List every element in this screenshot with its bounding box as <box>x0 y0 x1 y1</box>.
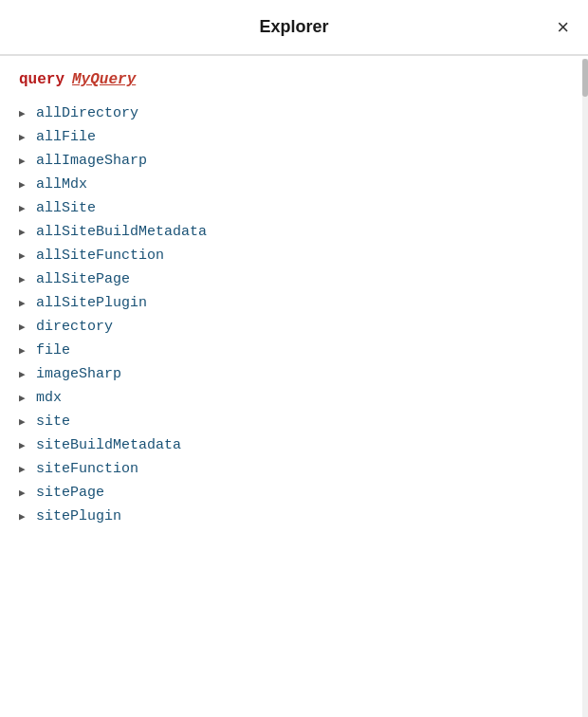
tree-item[interactable]: ▶siteBuildMetadata <box>19 433 569 457</box>
header-title: Explorer <box>259 17 328 37</box>
tree-item[interactable]: ▶allSitePage <box>19 267 569 291</box>
tree-arrow-icon: ▶ <box>19 226 30 238</box>
tree-arrow-icon: ▶ <box>19 415 30 428</box>
tree-item-label: imageSharp <box>36 366 121 382</box>
query-name[interactable]: MyQuery <box>72 71 136 88</box>
tree-item[interactable]: ▶allImageSharp <box>19 149 569 173</box>
tree-arrow-icon: ▶ <box>19 510 30 523</box>
tree-item[interactable]: ▶allFile <box>19 125 569 149</box>
tree-arrow-icon: ▶ <box>19 202 30 214</box>
tree-item-label: allDirectory <box>36 105 138 121</box>
tree-arrow-icon: ▶ <box>19 463 30 475</box>
tree-item-label: allFile <box>36 129 96 145</box>
scrollbar-track[interactable] <box>582 59 588 717</box>
tree-item-label: allSiteBuildMetadata <box>36 224 207 240</box>
tree-arrow-icon: ▶ <box>19 487 30 499</box>
explorer-content: query MyQuery ▶allDirectory▶allFile▶allI… <box>0 56 588 714</box>
tree-item-label: file <box>36 342 70 358</box>
tree-arrow-icon: ▶ <box>19 273 30 285</box>
tree-item-label: allSitePage <box>36 271 130 287</box>
tree-item-label: sitePlugin <box>36 508 121 524</box>
scrollbar-thumb[interactable] <box>582 59 588 97</box>
tree-item-label: sitePage <box>36 485 104 501</box>
tree-item[interactable]: ▶imageSharp <box>19 362 569 386</box>
query-keyword: query <box>19 71 64 88</box>
tree-item[interactable]: ▶directory <box>19 315 569 339</box>
tree-item-label: siteFunction <box>36 461 138 477</box>
tree-arrow-icon: ▶ <box>19 155 30 167</box>
tree-arrow-icon: ▶ <box>19 344 30 357</box>
tree-arrow-icon: ▶ <box>19 392 30 404</box>
tree-item[interactable]: ▶mdx <box>19 386 569 410</box>
tree-item-label: allMdx <box>36 176 87 193</box>
tree-item-label: siteBuildMetadata <box>36 437 181 453</box>
query-line: query MyQuery <box>19 71 569 88</box>
tree-item[interactable]: ▶allSitePlugin <box>19 291 569 315</box>
tree-arrow-icon: ▶ <box>19 439 30 451</box>
tree-item-label: allImageSharp <box>36 153 147 169</box>
tree-item[interactable]: ▶sitePlugin <box>19 505 569 528</box>
tree-item-label: allSitePlugin <box>36 295 147 311</box>
tree-item[interactable]: ▶allSite <box>19 196 569 220</box>
tree-arrow-icon: ▶ <box>19 368 30 380</box>
tree-item[interactable]: ▶siteFunction <box>19 457 569 481</box>
tree-item[interactable]: ▶allSiteBuildMetadata <box>19 220 569 244</box>
tree-item-label: allSite <box>36 200 96 216</box>
close-button[interactable]: × <box>557 17 569 38</box>
tree-arrow-icon: ▶ <box>19 321 30 333</box>
tree-item-label: site <box>36 414 70 430</box>
tree-item[interactable]: ▶site <box>19 410 569 433</box>
tree-arrow-icon: ▶ <box>19 297 30 309</box>
tree-item[interactable]: ▶allDirectory <box>19 101 569 125</box>
tree-item-label: allSiteFunction <box>36 248 164 264</box>
tree-item[interactable]: ▶allMdx <box>19 173 569 196</box>
tree-arrow-icon: ▶ <box>19 249 30 262</box>
tree-item-label: directory <box>36 319 113 335</box>
tree-item[interactable]: ▶allSiteFunction <box>19 244 569 267</box>
tree-item[interactable]: ▶file <box>19 339 569 362</box>
tree-arrow-icon: ▶ <box>19 107 30 120</box>
tree-item[interactable]: ▶sitePage <box>19 481 569 505</box>
explorer-header: Explorer × <box>0 0 588 55</box>
tree-list: ▶allDirectory▶allFile▶allImageSharp▶allM… <box>19 101 569 528</box>
tree-arrow-icon: ▶ <box>19 131 30 143</box>
tree-item-label: mdx <box>36 390 62 406</box>
tree-arrow-icon: ▶ <box>19 178 30 191</box>
